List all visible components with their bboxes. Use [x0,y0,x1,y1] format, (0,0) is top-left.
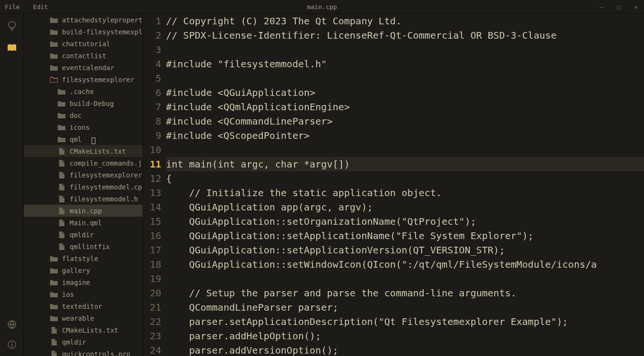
tree-item[interactable]: CMakeLists.txt [24,145,143,157]
line-number: 17 [143,243,161,257]
tree-item[interactable]: contactlist [24,50,143,62]
tree-item[interactable]: filesystemexplorer.pr [24,169,143,181]
tree-item[interactable]: qmldir [24,336,143,348]
tree-item[interactable]: gallery [24,264,143,276]
line-number: 16 [143,229,161,243]
tree-item[interactable]: eventcalendar [24,62,143,73]
tree-item[interactable]: build-filesystemexplor [24,26,143,38]
tree-item[interactable]: ios [24,288,143,300]
tree-item[interactable]: wearable [24,312,143,324]
code-editor[interactable]: 123456789101112131415161718192021222324 … [143,14,644,356]
tree-item[interactable]: qml [24,133,143,145]
line-number: 14 [143,200,161,214]
close-button[interactable]: ✕ [633,3,639,10]
main-area: attachedstylepropertiebuild-filesystemex… [0,14,644,356]
code-line[interactable]: QGuiApplication::setApplicationVersion(Q… [166,243,644,257]
minimize-button[interactable]: — [598,3,605,10]
tree-item[interactable]: flatstyle [24,252,143,264]
code-line[interactable]: // Initialize the static application obj… [166,186,644,200]
code-line[interactable]: { [166,171,644,186]
tree-item[interactable]: .cache [24,85,143,97]
file-icon [57,172,66,178]
tree-item[interactable]: main.cpp [24,205,143,217]
tree-item[interactable]: quickcontrols.pro [24,348,143,356]
tree-item-label: qml [70,136,82,143]
code-line[interactable]: int main(int argc, char *argv[]) [166,157,644,171]
tree-item[interactable]: icons [24,121,143,133]
menu-edit[interactable]: Edit [33,3,48,10]
tree-item[interactable]: doc [24,109,143,121]
info-icon[interactable] [5,338,19,351]
file-icon [57,196,66,202]
line-number: 13 [143,186,161,200]
menu-file[interactable]: File [5,3,20,10]
folder-icon [50,303,58,310]
code-line[interactable]: #include <QGuiApplication> [166,85,644,100]
window-title: main.cpp [307,3,337,10]
line-number: 20 [143,286,161,300]
tree-item-label: qmldir [70,231,94,239]
globe-icon[interactable] [5,318,19,331]
file-icon [50,327,58,334]
tree-item[interactable]: CMakeLists.txt [24,324,143,336]
tree-item[interactable]: Main.qml [24,217,143,229]
code-line[interactable]: // Setup the parser and parse the comman… [166,286,644,300]
tree-item[interactable]: filesystemmodel.cpp [24,181,143,193]
window-controls: — ▢ ✕ [598,3,639,10]
folder-icon [50,17,58,23]
svg-point-2 [11,342,12,343]
code-content[interactable]: // Copyright (C) 2023 The Qt Company Ltd… [166,14,644,356]
book-icon[interactable] [5,42,19,55]
file-icon [57,208,66,214]
file-tree[interactable]: attachedstylepropertiebuild-filesystemex… [24,14,143,356]
tree-item[interactable]: qmllintfix [24,241,143,252]
tree-item-label: compile_commands.json [70,159,143,167]
line-number: 22 [143,314,161,329]
folder-icon [50,41,58,47]
code-line[interactable]: #include <QCommandLineParser> [166,114,644,128]
code-line[interactable]: #include <QScopedPointer> [166,128,644,143]
code-line[interactable] [166,71,644,85]
file-icon [57,160,66,167]
tree-item[interactable]: imagine [24,276,143,288]
code-line[interactable]: QCommandLineParser parser; [166,300,644,314]
tree-item-label: contactlist [62,52,106,60]
tree-item[interactable]: qmldir [24,229,143,241]
tree-item[interactable]: compile_commands.json [24,157,143,169]
code-line[interactable] [166,272,644,286]
code-line[interactable]: QGuiApplication::setWindowIcon(QIcon(":/… [166,257,644,272]
code-line[interactable]: QGuiApplication::setApplicationName("Fil… [166,229,644,243]
titlebar: File Edit main.cpp — ▢ ✕ [0,0,644,14]
tree-item[interactable]: chattutorial [24,38,143,50]
line-number: 18 [143,257,161,272]
tree-item[interactable]: filesystemexplorer [24,73,143,85]
tree-item[interactable]: texteditor [24,300,143,312]
folder-icon [57,136,66,143]
code-line[interactable]: // SPDX-License-Identifier: LicenseRef-Q… [166,28,644,42]
code-line[interactable]: parser.setApplicationDescription("Qt Fil… [166,314,644,329]
code-line[interactable]: QGuiApplication::setOrganizationName("Qt… [166,214,644,229]
tree-item-label: chattutorial [62,40,110,48]
tree-item-label: quickcontrols.pro [62,350,130,356]
line-number: 7 [143,100,161,114]
code-line[interactable]: parser.addHelpOption(); [166,329,644,343]
tree-item-label: filesystemexplorer [62,76,135,84]
folder-icon [50,315,58,322]
line-number: 21 [143,300,161,314]
code-line[interactable]: #include "filesystemmodel.h" [166,57,644,71]
tree-item-label: icons [70,124,90,131]
tree-item[interactable]: attachedstylepropertie [24,14,143,26]
code-line[interactable]: QGuiApplication app(argc, argv); [166,200,644,214]
code-line[interactable]: parser.addVersionOption(); [166,343,644,356]
line-number: 11 [143,157,161,171]
idea-icon[interactable] [5,20,19,33]
code-line[interactable]: // Copyright (C) 2023 The Qt Company Ltd… [166,14,644,28]
tree-item[interactable]: filesystemmodel.h [24,193,143,205]
code-line[interactable] [166,143,644,157]
line-number: 10 [143,143,161,157]
maximize-button[interactable]: ▢ [615,3,622,10]
code-line[interactable] [166,42,644,57]
tree-item[interactable]: build-Debug [24,97,143,109]
folder-icon [50,64,58,71]
code-line[interactable]: #include <QQmlApplicationEngine> [166,100,644,114]
